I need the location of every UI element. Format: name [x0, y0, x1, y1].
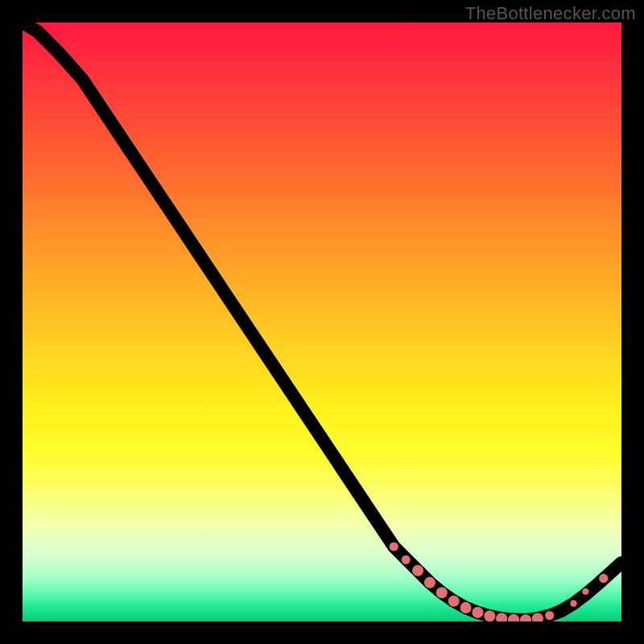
highlight-dot: [436, 587, 448, 598]
highlight-dot: [484, 610, 495, 621]
highlight-dot: [412, 565, 423, 576]
highlight-dot: [599, 574, 608, 583]
highlight-dot: [472, 607, 483, 618]
highlight-dot: [448, 596, 460, 607]
highlight-dot: [402, 555, 411, 564]
bottleneck-curve: [23, 23, 621, 620]
highlight-dot: [582, 588, 588, 595]
highlight-dot: [424, 577, 436, 588]
chart-plot-area: [23, 23, 621, 621]
highlight-dot: [545, 611, 554, 620]
highlight-dot: [390, 542, 398, 551]
highlight-dot: [460, 602, 471, 613]
watermark-text: TheBottlenecker.com: [465, 3, 636, 24]
chart-svg: [23, 23, 621, 621]
highlight-dot: [570, 601, 576, 607]
